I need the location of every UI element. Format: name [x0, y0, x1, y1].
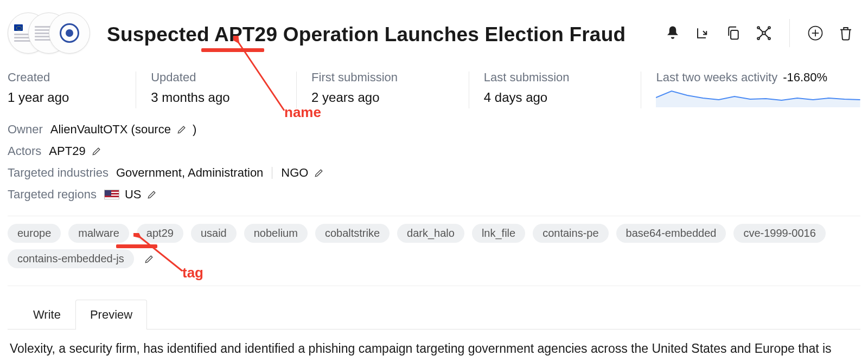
meta-activity-label: Last two weeks activity [656, 70, 777, 85]
tag-lnk_file[interactable]: lnk_file [472, 224, 525, 243]
graph-icon[interactable] [756, 25, 772, 41]
tab-write[interactable]: Write [18, 300, 75, 329]
tag-contains-pe[interactable]: contains-pe [533, 224, 608, 243]
tag-europe[interactable]: europe [8, 224, 61, 243]
trash-icon[interactable] [838, 25, 854, 41]
pencil-icon[interactable] [91, 146, 102, 157]
annotation-underline-name [201, 48, 264, 52]
svg-point-1 [762, 31, 765, 35]
copy-icon[interactable] [725, 25, 742, 41]
svg-point-5 [768, 37, 770, 40]
meta-first-submission: First submission 2 years ago [296, 70, 469, 109]
tag-malware[interactable]: malware [68, 224, 129, 243]
attr-ti-value-2: NGO [281, 166, 308, 180]
meta-updated-value: 3 months ago [151, 90, 276, 105]
tab-preview[interactable]: Preview [75, 300, 147, 329]
attr-tr-label: Targeted regions [8, 188, 97, 202]
meta-last-value: 4 days ago [484, 90, 621, 105]
tag-base64-embedded[interactable]: base64-embedded [616, 224, 726, 243]
meta-created-label: Created [8, 70, 115, 85]
page-title: Suspected APT29 Operation Launches Elect… [107, 23, 649, 46]
collection-thumbs[interactable] [8, 10, 92, 56]
header-row: Suspected APT29 Operation Launches Elect… [8, 10, 860, 56]
attribute-block: Owner AlienVaultOTX (source ) Actors APT… [8, 122, 860, 202]
meta-last-submission: Last submission 4 days ago [469, 70, 641, 109]
tag-contains-embedded-js[interactable]: contains-embedded-js [8, 249, 134, 268]
attr-tr-value: US [125, 188, 142, 202]
attr-ti-value-1: Government, Administration [116, 166, 263, 180]
title-area: Suspected APT29 Operation Launches Elect… [107, 20, 649, 46]
svg-rect-0 [731, 30, 738, 39]
tag-nobelium[interactable]: nobelium [244, 224, 308, 243]
meta-activity: Last two weeks activity -16.80% [641, 70, 860, 109]
attr-actors-value: APT29 [49, 144, 85, 158]
tag-cve-1999-0016[interactable]: cve-1999-0016 [733, 224, 825, 243]
attr-owner: Owner AlienVaultOTX (source ) [8, 122, 860, 137]
editor-tabs: Write Preview [8, 299, 860, 329]
meta-activity-pct: -16.80% [783, 70, 827, 85]
meta-created-value: 1 year ago [8, 90, 115, 105]
svg-point-4 [757, 37, 760, 40]
meta-last-label: Last submission [484, 70, 621, 85]
meta-updated-label: Updated [151, 70, 276, 85]
attr-ti-label: Targeted industries [8, 166, 108, 180]
annotation-underline-tag [116, 244, 157, 248]
separator [272, 167, 272, 179]
pencil-icon[interactable] [144, 254, 155, 264]
pencil-icon[interactable] [146, 189, 157, 200]
export-icon[interactable] [695, 25, 711, 41]
bell-icon[interactable] [665, 25, 681, 41]
thumb-doc-3 [49, 12, 90, 54]
tag-usaid[interactable]: usaid [191, 224, 237, 243]
pencil-icon[interactable] [176, 124, 187, 135]
tag-dark_halo[interactable]: dark_halo [397, 224, 464, 243]
meta-first-value: 2 years ago [311, 90, 448, 105]
header-toolbar [665, 19, 860, 47]
flag-us-icon [104, 190, 119, 199]
description-text: Volexity, a security firm, has identifie… [8, 339, 860, 362]
svg-point-2 [757, 27, 760, 29]
attr-owner-value-suffix: ) [193, 122, 196, 137]
pencil-icon[interactable] [314, 167, 324, 178]
svg-point-3 [768, 27, 770, 29]
meta-created: Created 1 year ago [8, 70, 136, 109]
attr-owner-label: Owner [8, 122, 43, 137]
tag-cobaltstrike[interactable]: cobaltstrike [315, 224, 390, 243]
tags-section: europemalwareapt29usaidnobeliumcobaltstr… [8, 216, 860, 286]
meta-updated: Updated 3 months ago [136, 70, 296, 109]
tag-apt29[interactable]: apt29 [137, 224, 183, 243]
attr-targeted-industries: Targeted industries Government, Administ… [8, 166, 860, 180]
attr-owner-value-prefix: AlienVaultOTX (source [50, 122, 171, 137]
attr-actors-label: Actors [8, 144, 41, 158]
toolbar-divider [789, 19, 790, 47]
activity-sparkline [656, 88, 860, 107]
add-icon[interactable] [807, 25, 824, 41]
meta-row: Created 1 year ago Updated 3 months ago … [8, 70, 860, 109]
meta-first-label: First submission [311, 70, 448, 85]
attr-actors: Actors APT29 [8, 144, 860, 158]
attr-targeted-regions: Targeted regions US [8, 188, 860, 202]
